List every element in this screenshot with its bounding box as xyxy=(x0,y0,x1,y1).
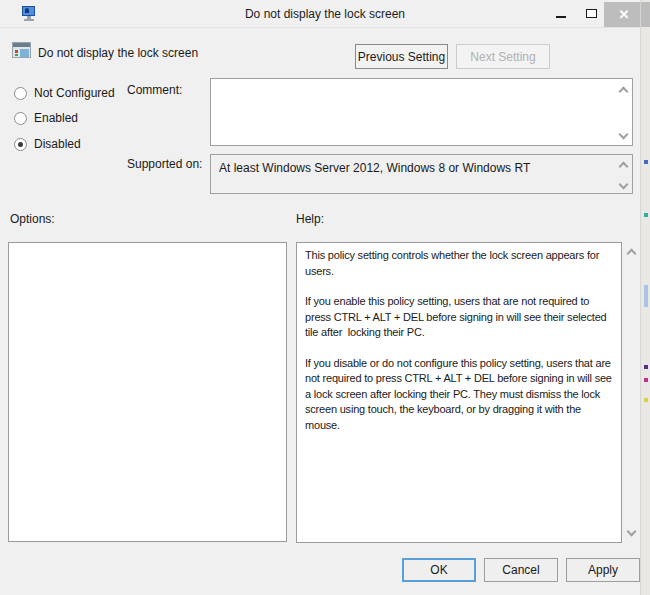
background-strip xyxy=(640,0,650,595)
background-artifact xyxy=(641,2,650,27)
close-icon: ✕ xyxy=(619,7,630,22)
background-artifact xyxy=(644,365,648,369)
options-label: Options: xyxy=(10,212,55,226)
setting-name: Do not display the lock screen xyxy=(38,46,198,60)
options-panel xyxy=(8,242,287,542)
radio-disabled[interactable]: Disabled xyxy=(14,137,81,151)
radio-label-not-configured: Not Configured xyxy=(34,86,115,100)
radio-label-enabled: Enabled xyxy=(34,111,78,125)
maximize-icon xyxy=(586,9,597,18)
policy-setting-dialog: Do not display the lock screen ✕ Do not … xyxy=(0,0,650,595)
minimize-icon xyxy=(556,16,566,18)
supported-on-label: Supported on: xyxy=(127,157,202,171)
policy-setting-icon xyxy=(12,42,31,58)
radio-not-configured[interactable]: Not Configured xyxy=(14,86,115,100)
background-artifact xyxy=(644,160,648,164)
close-button[interactable]: ✕ xyxy=(604,2,644,27)
radio-circle-disabled[interactable] xyxy=(14,138,27,151)
apply-button[interactable]: Apply xyxy=(566,558,640,582)
help-scroll-down-icon[interactable] xyxy=(627,527,637,537)
background-artifact xyxy=(644,398,648,402)
help-paragraph: If you enable this policy setting, users… xyxy=(305,294,613,341)
background-artifact xyxy=(644,285,648,307)
radio-circle-enabled[interactable] xyxy=(14,112,27,125)
background-artifact xyxy=(644,213,648,217)
minimize-button[interactable] xyxy=(548,0,574,27)
help-paragraph: This policy setting controls whether the… xyxy=(305,248,613,279)
next-setting-button: Next Setting xyxy=(456,44,550,69)
comment-label: Comment: xyxy=(127,83,182,97)
radio-circle-not-configured[interactable] xyxy=(14,87,27,100)
background-artifact xyxy=(644,378,648,382)
help-panel: This policy setting controls whether the… xyxy=(296,242,622,543)
maximize-button[interactable] xyxy=(578,0,604,27)
help-label: Help: xyxy=(296,212,324,226)
comment-input[interactable] xyxy=(210,78,633,146)
previous-setting-button[interactable]: Previous Setting xyxy=(355,44,448,69)
titlebar[interactable]: Do not display the lock screen ✕ xyxy=(0,0,650,28)
help-paragraph: If you disable or do not configure this … xyxy=(305,356,613,434)
radio-enabled[interactable]: Enabled xyxy=(14,111,78,125)
supported-on-value: At least Windows Server 2012, Windows 8 … xyxy=(210,154,633,194)
ok-button[interactable]: OK xyxy=(402,558,476,582)
help-scroll-up-icon[interactable] xyxy=(627,249,637,259)
cancel-button[interactable]: Cancel xyxy=(484,558,558,582)
radio-label-disabled: Disabled xyxy=(34,137,81,151)
